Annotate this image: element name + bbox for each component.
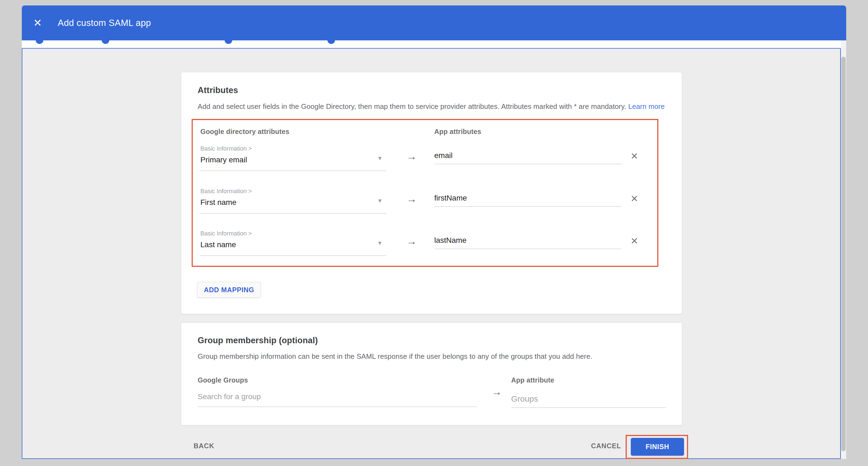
page-background: { "header": { "title": "Add custom SAML … — [0, 0, 868, 466]
group-membership-card: Group membership (optional) Group member… — [181, 322, 682, 425]
group-membership-title: Group membership (optional) — [198, 336, 318, 345]
app-attribute-header: App attribute — [511, 376, 554, 384]
attribute-category: Basic Information > — [200, 145, 252, 152]
group-app-attribute-input[interactable] — [511, 394, 666, 408]
add-mapping-button[interactable]: ADD MAPPING — [197, 282, 261, 298]
learn-more-link[interactable]: Learn more — [628, 102, 664, 111]
select-underline — [199, 171, 386, 171]
back-button[interactable]: BACK — [193, 442, 214, 450]
arrow-right-icon: → — [492, 387, 502, 397]
group-search-input[interactable] — [198, 392, 477, 407]
google-groups-header: Google Groups — [198, 376, 248, 384]
chevron-down-icon: ▼ — [377, 240, 383, 246]
dialog-header: ✕ Add custom SAML app — [22, 5, 846, 40]
attribute-mapping-row: Basic Information > First name ▼ → ✕ — [193, 188, 657, 223]
scrollbar-thumb[interactable] — [841, 57, 846, 451]
attribute-mapping-row: Basic Information > Primary email ▼ → ✕ — [193, 145, 657, 181]
dialog-content: Attributes Add and select user fields in… — [22, 48, 841, 459]
arrow-right-icon: → — [406, 151, 417, 162]
attributes-card-title: Attributes — [198, 85, 238, 95]
stepper-strip — [22, 40, 846, 49]
remove-mapping-icon[interactable]: ✕ — [628, 235, 640, 246]
app-attributes-column-header: App attributes — [434, 128, 481, 136]
close-icon[interactable]: ✕ — [33, 18, 42, 28]
app-attribute-input[interactable] — [434, 151, 622, 164]
scrollbar-track[interactable] — [841, 40, 846, 459]
attributes-card: Attributes Add and select user fields in… — [181, 72, 682, 314]
attribute-category: Basic Information > — [200, 188, 252, 195]
cancel-button[interactable]: CANCEL — [591, 442, 621, 450]
group-membership-description: Group membership information can be sent… — [198, 352, 592, 361]
attributes-description-text: Add and select user fields in the Google… — [198, 102, 626, 111]
attribute-field: Primary email — [200, 155, 247, 164]
attribute-mapping-annotation-box: Google directory attributes App attribut… — [192, 119, 658, 267]
chevron-down-icon: ▼ — [377, 198, 383, 204]
attribute-mapping-row: Basic Information > Last name ▼ → ✕ — [193, 230, 657, 265]
finish-annotation-box: FINISH — [626, 435, 688, 459]
arrow-right-icon: → — [406, 236, 417, 246]
select-underline — [199, 213, 386, 214]
app-attribute-input[interactable] — [434, 194, 622, 207]
arrow-right-icon: → — [406, 194, 417, 204]
remove-mapping-icon[interactable]: ✕ — [628, 193, 640, 204]
directory-attributes-column-header: Google directory attributes — [200, 128, 289, 136]
chevron-down-icon: ▼ — [377, 155, 383, 162]
remove-mapping-icon[interactable]: ✕ — [628, 151, 640, 162]
select-underline — [199, 255, 386, 256]
attributes-card-description: Add and select user fields in the Google… — [198, 102, 664, 111]
dialog-title: Add custom SAML app — [58, 18, 151, 28]
attribute-field: Last name — [200, 240, 236, 249]
attribute-field: First name — [200, 198, 236, 207]
attribute-category: Basic Information > — [200, 230, 252, 237]
finish-button[interactable]: FINISH — [631, 438, 684, 456]
app-attribute-input[interactable] — [434, 236, 622, 249]
